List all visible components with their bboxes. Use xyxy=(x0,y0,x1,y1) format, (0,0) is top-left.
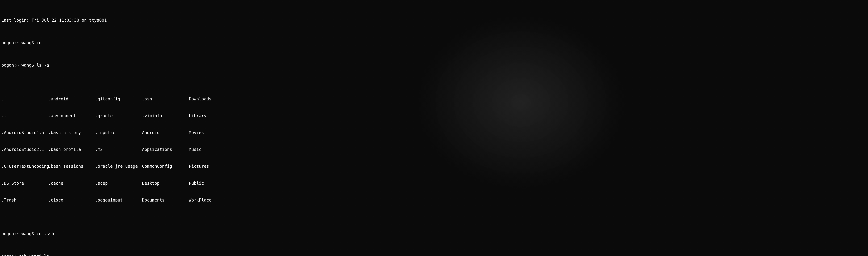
file-entry: .AndroidStudio1.5 xyxy=(1,130,48,135)
file-entry: .cisco xyxy=(48,197,95,203)
file-entry: Music xyxy=(189,147,236,152)
file-entry: Public xyxy=(189,181,236,186)
file-entry: .CFUserTextEncoding xyxy=(1,164,48,169)
file-entry: .AndroidStudio2.1 xyxy=(1,147,48,152)
file-entry: .viminfo xyxy=(142,113,189,119)
file-entry: WorkPlace xyxy=(189,197,236,203)
file-entry: Movies xyxy=(189,130,236,135)
file-entry: .. xyxy=(1,113,48,119)
prompt: bogon:.ssh wang$ xyxy=(1,254,44,256)
ls-a-output: . .. .AndroidStudio1.5 .AndroidStudio2.1… xyxy=(1,85,867,214)
file-entry: .bash_sessions xyxy=(48,164,95,169)
last-login-line: Last login: Fri Jul 22 11:03:30 on ttys0… xyxy=(1,18,867,23)
file-entry: .Trash xyxy=(1,197,48,203)
file-entry: Documents xyxy=(142,197,189,203)
prompt-line-ls: bogon:.ssh wang$ ls xyxy=(1,254,867,256)
file-entry: .gitconfig xyxy=(95,96,142,102)
file-entry: Library xyxy=(189,113,236,119)
file-entry: .DS_Store xyxy=(1,181,48,186)
prompt: bogon:~ wang$ xyxy=(1,40,36,45)
file-entry: . xyxy=(1,96,48,102)
prompt-line-cd-ssh: bogon:~ wang$ cd .ssh xyxy=(1,231,867,236)
prompt-line-ls-a: bogon:~ wang$ ls -a xyxy=(1,62,867,68)
prompt: bogon:~ wang$ xyxy=(1,63,36,68)
command-text: ls xyxy=(44,254,49,256)
file-entry: .cache xyxy=(48,181,95,186)
file-entry: .oracle_jre_usage xyxy=(95,164,142,169)
command-text: cd xyxy=(36,40,41,45)
file-entry: .m2 xyxy=(95,147,142,152)
file-entry: .scep xyxy=(95,181,142,186)
file-entry: .gradle xyxy=(95,113,142,119)
file-entry: .inputrc xyxy=(95,130,142,135)
file-entry: Desktop xyxy=(142,181,189,186)
file-entry: .bash_history xyxy=(48,130,95,135)
prompt-line-cd: bogon:~ wang$ cd xyxy=(1,40,867,45)
file-entry: .ssh xyxy=(142,96,189,102)
prompt: bogon:~ wang$ xyxy=(1,231,36,236)
file-entry: Pictures xyxy=(189,164,236,169)
command-text: cd .ssh xyxy=(36,231,54,236)
file-entry: Downloads xyxy=(189,96,236,102)
file-entry: Applications xyxy=(142,147,189,152)
file-entry: Android xyxy=(142,130,189,135)
command-text: ls -a xyxy=(36,63,49,68)
terminal-window[interactable]: Last login: Fri Jul 22 11:03:30 on ttys0… xyxy=(0,0,868,256)
file-entry: .bash_profile xyxy=(48,147,95,152)
file-entry: CommonConfig xyxy=(142,164,189,169)
file-entry: .sogouinput xyxy=(95,197,142,203)
file-entry: .anyconnect xyxy=(48,113,95,119)
file-entry: .android xyxy=(48,96,95,102)
